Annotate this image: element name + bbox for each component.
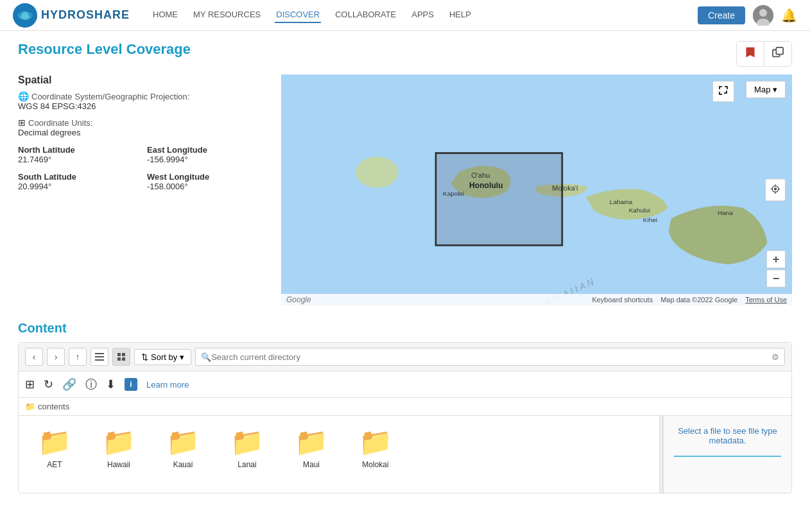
refresh-icon[interactable]: ↻ (44, 377, 53, 391)
locate-button[interactable] (765, 179, 786, 202)
file-grid: 📁 AET 📁 Hawaii 📁 Kauai 📁 Lanai 📁 Maui 📁 … (19, 416, 659, 493)
coord-grid: North Latitude 21.7469° East Longitude -… (18, 145, 268, 191)
svg-point-3 (21, 12, 29, 19)
svg-text:O'ahu: O'ahu (471, 171, 490, 179)
svg-text:Kihei: Kihei (643, 216, 657, 223)
grid-icon: ⊞ (18, 117, 26, 128)
folder-icon: 📁 (38, 426, 71, 458)
map-container[interactable]: O'ahu Honolulu Kapolei Moloka'i Lahaina … (281, 74, 792, 305)
svg-point-23 (774, 188, 776, 190)
list-view-button[interactable] (90, 348, 108, 366)
search-settings-icon[interactable]: ⚙ (771, 352, 779, 362)
svg-rect-32 (122, 353, 125, 356)
svg-text:Lahaina: Lahaina (610, 198, 633, 205)
coord-system-value: WGS 84 EPSG:4326 (18, 101, 268, 111)
link-icon[interactable]: 🔗 (62, 377, 76, 391)
logo-image (13, 3, 37, 28)
map-footer: Google Keyboard shortcuts Map data ©2022… (281, 294, 792, 305)
learn-more-link[interactable]: Learn more (146, 380, 189, 390)
file-browser: ‹ › ↑ ⇅ Sort by ▾ 🔍 ⚙ (18, 342, 792, 493)
sort-by-button[interactable]: ⇅ Sort by ▾ (134, 349, 191, 365)
logo-text: HYDROSHARE (41, 8, 130, 22)
sort-icon: ⇅ (141, 352, 148, 362)
file-label: Lanai (237, 460, 256, 469)
svg-text:Kapolei: Kapolei (443, 190, 464, 197)
svg-rect-29 (95, 356, 104, 357)
avatar[interactable] (753, 5, 773, 26)
folder-icon: 📁 (25, 402, 35, 411)
folder-icon: 📁 (102, 426, 135, 458)
nav-collaborate[interactable]: COLLABORATE (334, 7, 397, 23)
zoom-out-button[interactable]: − (766, 270, 786, 287)
coord-units-row: ⊞ Coordinate Units: Decimal degrees (18, 117, 268, 137)
download-icon[interactable]: ⬇ (106, 377, 116, 391)
list-item[interactable]: 📁 AET (29, 426, 80, 469)
folder-icon: 📁 (230, 426, 264, 458)
google-logo: Google (286, 295, 311, 304)
map-background: O'ahu Honolulu Kapolei Moloka'i Lahaina … (281, 74, 792, 305)
coord-units-value: Decimal degrees (18, 128, 268, 137)
list-item[interactable]: 📁 Maui (286, 426, 337, 469)
coord-units-label: Coordinate Units: (28, 118, 92, 128)
file-browser-body: 📁 AET 📁 Hawaii 📁 Kauai 📁 Lanai 📁 Maui 📁 … (19, 416, 791, 493)
list-item[interactable]: 📁 Molokai (350, 426, 401, 469)
breadcrumb-text: contents (38, 402, 69, 411)
coord-system-row: 🌐 Coordinate System/Geographic Projectio… (18, 91, 268, 111)
create-button[interactable]: Create (698, 6, 745, 24)
search-input[interactable] (211, 352, 771, 362)
info-icon[interactable]: ⓘ (85, 377, 97, 392)
svg-rect-31 (117, 353, 121, 356)
nav-discover[interactable]: DISCOVER (275, 7, 321, 23)
add-files-icon[interactable]: ⊞ (25, 377, 35, 391)
forward-button[interactable]: › (47, 348, 65, 366)
svg-rect-30 (95, 359, 104, 361)
grid-view-button[interactable] (112, 348, 130, 366)
nav-home[interactable]: HOME (151, 7, 179, 23)
bookmark-button[interactable] (737, 42, 764, 66)
svg-text:Moloka'i: Moloka'i (552, 184, 578, 192)
nav-apps[interactable]: APPS (410, 7, 435, 23)
learn-more-icon: i (125, 378, 137, 391)
svg-text:Hana: Hana (718, 209, 733, 216)
map-data: Map data ©2022 Google (660, 296, 737, 304)
file-label: Kauai (173, 460, 193, 469)
search-icon: 🔍 (201, 352, 211, 362)
globe-icon: 🌐 (18, 91, 29, 101)
nav-my-resources[interactable]: MY RESOURCES (192, 7, 262, 23)
nav-right: Create 🔔 (698, 5, 797, 26)
keyboard-shortcuts[interactable]: Keyboard shortcuts (592, 296, 653, 304)
copy-link-button[interactable] (764, 42, 791, 66)
svg-text:Kahului: Kahului (629, 207, 650, 214)
south-lat: South Latitude 20.9994° (18, 172, 139, 191)
breadcrumb: 📁 contents (19, 398, 791, 416)
nav-help[interactable]: HELP (448, 7, 472, 23)
file-actions-bar: ⊞ ↻ 🔗 ⓘ ⬇ i Learn more (19, 372, 791, 398)
north-lat: North Latitude 21.7469° (18, 145, 139, 164)
folder-icon: 📁 (359, 426, 392, 458)
fullscreen-button[interactable] (712, 81, 734, 102)
zoom-in-button[interactable]: + (766, 250, 786, 268)
list-item[interactable]: 📁 Hawaii (93, 426, 144, 469)
map-type-button[interactable]: Map ▾ (746, 81, 786, 98)
sidebar-text: Select a file to see file type metadata. (674, 426, 781, 445)
bell-icon[interactable]: 🔔 (781, 8, 797, 23)
file-label: Hawaii (107, 460, 130, 469)
folder-icon: 📁 (166, 426, 200, 458)
logo[interactable]: HYDROSHARE (13, 3, 130, 28)
back-button[interactable]: ‹ (25, 348, 43, 366)
up-button[interactable]: ↑ (69, 348, 87, 366)
file-label: Maui (303, 460, 320, 469)
coverage-content: Spatial 🌐 Coordinate System/Geographic P… (18, 74, 792, 305)
terms-link[interactable]: Terms of Use (745, 296, 787, 304)
svg-rect-33 (117, 357, 121, 361)
svg-rect-34 (122, 357, 125, 361)
nav-links: HOME MY RESOURCES DISCOVER COLLABORATE A… (151, 7, 472, 23)
spatial-heading: Spatial (18, 74, 268, 86)
main-content: Resource Level Coverage Spatial 🌐 Coordi… (0, 31, 810, 504)
spatial-panel: Spatial 🌐 Coordinate System/Geographic P… (18, 74, 268, 305)
coverage-header: Resource Level Coverage (18, 41, 792, 67)
list-item[interactable]: 📁 Lanai (221, 426, 273, 469)
coverage-title: Resource Level Coverage (18, 41, 191, 58)
list-item[interactable]: 📁 Kauai (157, 426, 209, 469)
east-lon: East Longitude -156.9994° (147, 145, 268, 164)
